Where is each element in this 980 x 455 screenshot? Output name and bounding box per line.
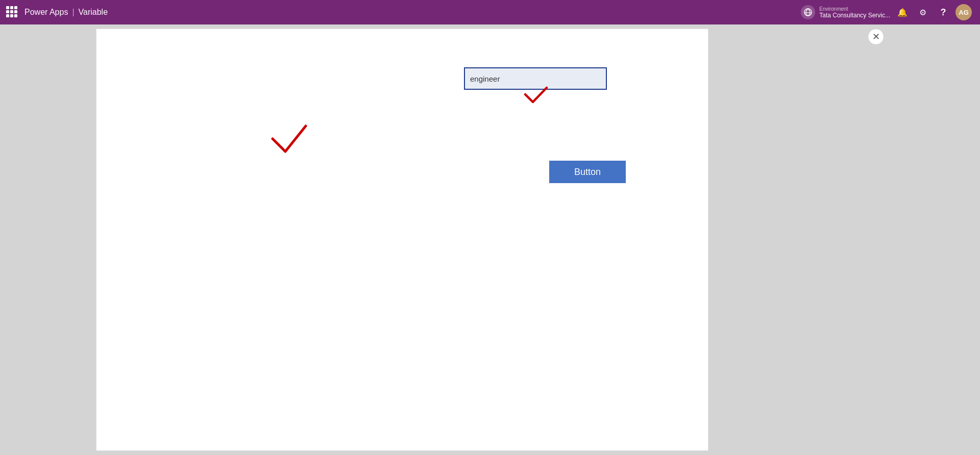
page-name-label: Variable [79, 8, 108, 17]
help-icon: ? [941, 7, 946, 18]
close-icon: ✕ [872, 31, 880, 42]
canvas-wrapper: ✕ Button [92, 24, 888, 455]
environment-block: Environment Tata Consultancy Servic... [801, 5, 890, 19]
settings-icon: ⚙ [919, 8, 926, 17]
app-canvas: Button [96, 29, 708, 451]
app-name-label: Power Apps [24, 8, 68, 17]
checkmark-large-annotation [267, 123, 308, 159]
waffle-icon[interactable] [6, 6, 18, 18]
svg-point-0 [804, 9, 812, 16]
environment-name: Tata Consultancy Servic... [819, 12, 890, 19]
notifications-button[interactable]: 🔔 [894, 4, 911, 20]
topbar-left: Power Apps | Variable [0, 6, 801, 18]
topbar-right: Environment Tata Consultancy Servic... 🔔… [801, 4, 980, 20]
avatar-initials: AG [959, 9, 969, 16]
settings-button[interactable]: ⚙ [915, 4, 931, 20]
canvas-button[interactable]: Button [549, 161, 626, 183]
environment-label: Environment [819, 6, 890, 12]
checkmark-small-annotation [523, 85, 548, 108]
main-layout: ✕ Button [0, 24, 980, 455]
environment-icon [801, 5, 815, 19]
app-title: Power Apps | Variable [24, 8, 108, 17]
sidebar [0, 24, 92, 455]
title-divider: | [72, 8, 74, 17]
help-button[interactable]: ? [935, 4, 951, 20]
canvas-button-label: Button [574, 167, 601, 178]
environment-text: Environment Tata Consultancy Servic... [819, 6, 890, 19]
close-button[interactable]: ✕ [868, 29, 884, 45]
topbar: Power Apps | Variable Environment Tata C… [0, 0, 980, 24]
avatar-button[interactable]: AG [955, 4, 972, 20]
bell-icon: 🔔 [897, 8, 908, 17]
right-panel [888, 24, 980, 455]
